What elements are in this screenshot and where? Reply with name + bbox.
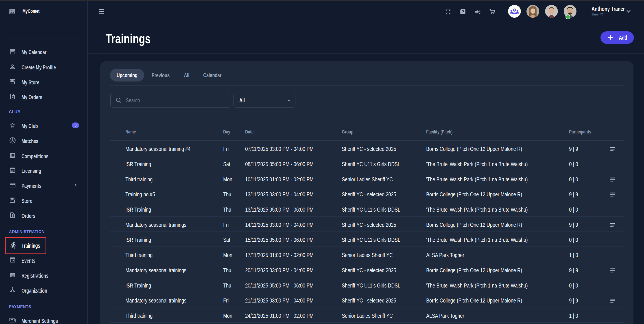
svg-text:?: ? xyxy=(462,9,464,14)
